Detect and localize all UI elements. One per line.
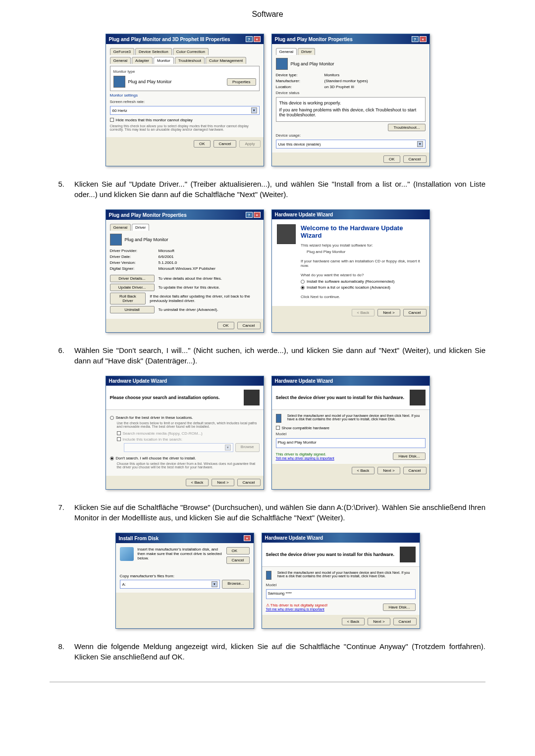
cancel-button[interactable]: Cancel xyxy=(403,155,427,163)
ok-button[interactable]: OK xyxy=(383,155,400,163)
next-button[interactable]: Next > xyxy=(368,618,390,625)
uninstall-button[interactable]: Uninstall xyxy=(110,306,155,313)
troubleshoot-button[interactable]: Troubleshoot... xyxy=(388,124,425,131)
ok-button[interactable]: OK xyxy=(226,547,250,554)
back-button[interactable]: < Back xyxy=(342,618,365,625)
browse-button[interactable]: Browse... xyxy=(222,580,249,589)
ok-button[interactable]: OK xyxy=(194,140,211,148)
close-icon[interactable]: × xyxy=(254,212,261,218)
wizard-select-driver: Hardware Update Wizard Select the device… xyxy=(271,376,430,490)
close-icon[interactable]: × xyxy=(254,36,261,42)
cancel-button[interactable]: Cancel xyxy=(403,467,427,474)
rollback-driver-button[interactable]: Roll Back Driver xyxy=(110,293,146,304)
screenshot-row-2: Plug and Play Monitor Properties ? × Gen… xyxy=(50,209,485,333)
model-list[interactable]: Plug and Play Monitor xyxy=(276,438,426,448)
help-icon[interactable]: ? xyxy=(412,36,419,42)
device-usage-dropdown[interactable]: Use this device (enable) ▾ xyxy=(276,140,426,149)
driver-details-button[interactable]: Driver Details... xyxy=(110,275,155,282)
wizard-desc2: Plug and Play Monitor xyxy=(307,250,424,254)
install-list-radio[interactable] xyxy=(301,286,305,290)
properties-button[interactable]: Properties xyxy=(227,78,256,86)
dialog-title: Install From Disk xyxy=(119,536,159,541)
dialog-title: Plug and Play Monitor and 3D Prophet III… xyxy=(109,37,230,42)
wizard-icon xyxy=(277,224,296,244)
help-icon[interactable]: ? xyxy=(246,212,253,218)
next-button[interactable]: Next > xyxy=(377,309,400,316)
copy-from-dropdown[interactable]: A: ▾ xyxy=(120,580,220,589)
tab-driver[interactable]: Driver xyxy=(132,224,149,231)
step-7: 7. Klicken Sie auf die Schaltfläche "Bro… xyxy=(50,502,485,523)
refresh-rate-dropdown[interactable]: 60 Hertz ▾ xyxy=(110,106,260,115)
search-best-radio[interactable] xyxy=(110,416,114,420)
tell-why-link[interactable]: Tell me why driver signing is important xyxy=(266,607,328,611)
tab-general[interactable]: General xyxy=(110,224,131,231)
step-number: 6. xyxy=(50,345,64,366)
device-usage-label: Device usage: xyxy=(276,133,426,138)
tab-color-mgmt[interactable]: Color Management xyxy=(206,57,246,64)
tell-why-link[interactable]: Tell me why driver signing is important xyxy=(276,456,334,460)
browse-button[interactable]: Browse xyxy=(235,443,260,452)
cancel-button[interactable]: Cancel xyxy=(237,479,261,486)
chevron-down-icon[interactable]: ▾ xyxy=(251,107,257,113)
next-button[interactable]: Next > xyxy=(212,479,234,486)
cancel-button[interactable]: Cancel xyxy=(214,140,237,148)
tab-device-selection[interactable]: Device Selection xyxy=(135,48,172,55)
model-label: Model xyxy=(276,432,426,436)
have-disk-button[interactable]: Have Disk... xyxy=(393,453,425,460)
compat-checkbox[interactable] xyxy=(276,426,280,430)
compat-label: Show compatible hardware xyxy=(282,426,330,430)
chevron-down-icon[interactable]: ▾ xyxy=(212,581,217,587)
wizard-question: What do you want the wizard to do? xyxy=(301,273,424,277)
back-button[interactable]: < Back xyxy=(186,479,209,486)
update-driver-button[interactable]: Update Driver... xyxy=(110,284,155,291)
tab-general[interactable]: General xyxy=(110,57,131,64)
tab-color-correction[interactable]: Color Correction xyxy=(173,48,209,55)
tab-adapter[interactable]: Adapter xyxy=(132,57,153,64)
dialog-title: Hardware Update Wizard xyxy=(275,378,333,384)
include-location-checkbox[interactable] xyxy=(117,437,121,441)
cancel-button[interactable]: Cancel xyxy=(237,322,261,329)
back-button[interactable]: < Back xyxy=(352,467,375,474)
model-item[interactable]: Samsung **** xyxy=(268,591,292,596)
hide-modes-checkbox[interactable] xyxy=(110,118,114,122)
install-disk-desc: Insert the manufacturer's installation d… xyxy=(138,547,222,560)
cancel-button[interactable]: Cancel xyxy=(226,556,250,564)
dont-search-radio[interactable] xyxy=(110,456,114,460)
apply-button[interactable]: Apply xyxy=(239,140,260,148)
hardware-update-wizard-welcome: Hardware Update Wizard Welcome to the Ha… xyxy=(271,209,430,333)
cancel-button[interactable]: Cancel xyxy=(393,618,417,625)
chevron-down-icon[interactable]: ▾ xyxy=(417,141,423,147)
location-value: on 3D Prophet III xyxy=(324,85,354,89)
signed-text: This driver is digitally signed. xyxy=(276,452,334,456)
wizard-search-options: Hardware Update Wizard Please choose you… xyxy=(106,376,264,490)
version-value: 5.1.2001.0 xyxy=(159,260,177,265)
model-item[interactable]: Plug and Play Monitor xyxy=(278,440,317,445)
details-desc: To view details about the driver files. xyxy=(159,276,222,281)
tab-driver[interactable]: Driver xyxy=(298,48,315,55)
location-dropdown[interactable]: ▾ xyxy=(124,443,233,452)
ok-button[interactable]: OK xyxy=(217,322,234,329)
install-auto-radio[interactable] xyxy=(301,280,305,284)
tab-geforce[interactable]: GeForce3 xyxy=(110,48,135,55)
install-from-disk-dialog: Install From Disk × Insert the manufactu… xyxy=(115,533,254,629)
search-removable-label: Search removable media (floppy, CD-ROM..… xyxy=(123,431,203,436)
tab-general[interactable]: General xyxy=(276,48,297,55)
wizard-header-text: Select the device driver you want to ins… xyxy=(276,395,405,400)
close-icon[interactable]: × xyxy=(244,535,251,541)
have-disk-button[interactable]: Have Disk... xyxy=(383,604,415,611)
monitor-icon xyxy=(276,58,288,70)
display-properties-dialog: Plug and Play Monitor and 3D Prophet III… xyxy=(106,34,264,166)
screenshot-row-3: Hardware Update Wizard Please choose you… xyxy=(50,376,485,490)
cancel-button[interactable]: Cancel xyxy=(403,309,427,316)
back-button[interactable]: < Back xyxy=(352,309,375,316)
chevron-down-icon: ▾ xyxy=(225,445,231,451)
help-icon[interactable]: ? xyxy=(246,36,253,42)
search-removable-checkbox[interactable] xyxy=(117,431,121,435)
next-button[interactable]: Next > xyxy=(377,467,400,474)
model-list[interactable]: Samsung **** xyxy=(266,589,416,599)
monitor-icon xyxy=(113,76,125,88)
manufacturer-label: Manufacturer: xyxy=(276,79,321,83)
tab-troubleshoot[interactable]: Troubleshoot xyxy=(175,57,205,64)
tab-monitor[interactable]: Monitor xyxy=(154,57,174,64)
close-icon[interactable]: × xyxy=(420,36,427,42)
